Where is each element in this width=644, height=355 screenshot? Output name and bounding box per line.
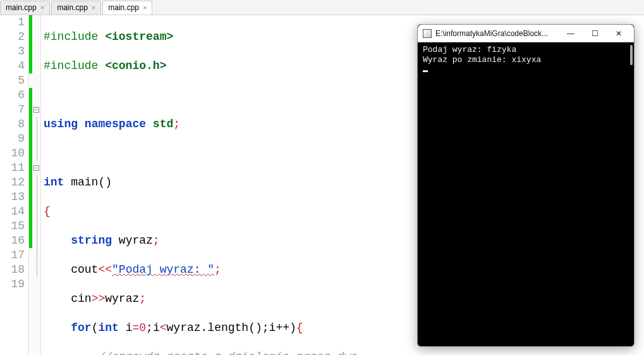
tab-main-1[interactable]: main.cpp ×	[0, 1, 50, 15]
line-number: 9	[0, 132, 25, 146]
line-number: 10	[0, 146, 25, 161]
console-title: E:\informatykaMiGra\codeBlock...	[435, 29, 556, 38]
fold-toggle-icon[interactable]: −	[33, 107, 39, 113]
console-scrollbar[interactable]	[630, 45, 633, 65]
line-number: 5	[0, 73, 25, 88]
line-number: 12	[0, 175, 25, 190]
close-icon[interactable]: ×	[143, 4, 147, 11]
tab-main-3[interactable]: main.cpp ×	[102, 1, 152, 15]
close-icon[interactable]: ×	[92, 4, 95, 11]
line-number: 13	[0, 190, 25, 204]
console-titlebar[interactable]: E:\informatykaMiGra\codeBlock... — ☐ ✕	[418, 25, 634, 42]
line-number: 18	[0, 263, 25, 277]
line-number: 3	[0, 44, 25, 59]
line-number: 8	[0, 117, 25, 132]
console-window[interactable]: E:\informatykaMiGra\codeBlock... — ☐ ✕ P…	[417, 24, 635, 347]
tab-label: main.cpp	[57, 3, 88, 12]
line-number: 4	[0, 59, 25, 73]
close-icon[interactable]: ×	[40, 4, 44, 11]
line-number: 2	[0, 30, 25, 44]
line-number-gutter: 1 2 3 4 5 6 7 8 9 10 11 12 13 14 15 16 1…	[0, 15, 29, 355]
close-button[interactable]: ✕	[607, 27, 630, 40]
line-number: 7	[0, 103, 25, 117]
tab-label: main.cpp	[6, 3, 37, 12]
maximize-button[interactable]: ☐	[583, 27, 606, 40]
line-number: 15	[0, 219, 25, 234]
tab-bar: main.cpp × main.cpp × main.cpp ×	[0, 0, 644, 15]
minimize-button[interactable]: —	[559, 27, 582, 40]
console-line: Wyraz po zmianie: xixyxa	[423, 55, 629, 65]
console-line: Podaj wyraz: fizyka	[423, 45, 629, 55]
tab-label: main.cpp	[108, 3, 139, 12]
line-number: 1	[0, 15, 25, 30]
line-number: 17	[0, 248, 25, 263]
line-number: 19	[0, 277, 25, 292]
line-number: 6	[0, 88, 25, 103]
console-cursor	[423, 70, 428, 72]
tab-main-2[interactable]: main.cpp ×	[51, 1, 101, 15]
console-app-icon	[423, 29, 432, 38]
line-number: 11	[0, 161, 25, 175]
line-number: 14	[0, 204, 25, 219]
fold-column: − −	[32, 15, 41, 355]
console-output[interactable]: Podaj wyraz: fizyka Wyraz po zmianie: xi…	[418, 42, 634, 346]
fold-toggle-icon[interactable]: −	[33, 165, 39, 171]
line-number: 16	[0, 234, 25, 248]
